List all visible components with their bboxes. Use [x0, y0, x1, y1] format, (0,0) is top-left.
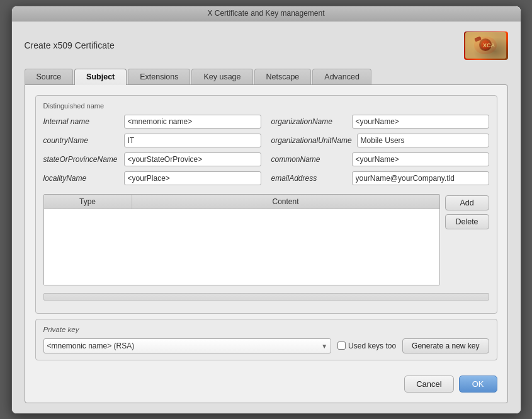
- page-title: Create x509 Certificate: [25, 40, 115, 50]
- label-email: emailAddress: [271, 174, 347, 183]
- distinguished-name-section: Distinguished name Internal name organiz…: [35, 95, 497, 314]
- window-body: Create x509 Certificate XCA Source Subje…: [12, 21, 521, 413]
- label-internal-name: Internal name: [43, 117, 119, 126]
- main-window: X Certificate and Key management Create …: [11, 6, 521, 414]
- delete-button[interactable]: Delete: [445, 214, 489, 229]
- input-country[interactable]: [124, 134, 261, 147]
- col-header-content: Content: [132, 195, 439, 209]
- private-key-section: Private key <mnemonic name> (RSA) ▼ Used…: [35, 319, 497, 360]
- table-action-buttons: Add Delete: [445, 194, 489, 285]
- form-grid: Internal name organizationName countryNa…: [43, 115, 489, 185]
- form-row-internal-name: Internal name: [43, 115, 261, 129]
- form-row-org-unit: organizationalUnitName: [271, 134, 489, 147]
- label-country: countryName: [43, 136, 119, 145]
- used-keys-checkbox[interactable]: [337, 342, 346, 350]
- svg-point-2: [479, 38, 492, 51]
- used-keys-checkbox-group: Used keys too: [337, 342, 396, 350]
- attributes-table: Type Content: [43, 194, 440, 285]
- private-key-label: Private key: [43, 326, 489, 333]
- tab-key-usage[interactable]: Key usage: [191, 69, 252, 84]
- private-key-select-wrapper: <mnemonic name> (RSA) ▼: [43, 338, 332, 353]
- add-button[interactable]: Add: [445, 195, 489, 210]
- table-scrollbar[interactable]: [43, 293, 489, 301]
- titlebar-title: X Certificate and Key management: [207, 9, 324, 18]
- footer: Cancel OK: [35, 369, 497, 393]
- tab-advanced[interactable]: Advanced: [312, 69, 371, 84]
- distinguished-name-label: Distinguished name: [43, 102, 489, 110]
- tab-source[interactable]: Source: [25, 69, 74, 84]
- input-state[interactable]: [124, 152, 261, 166]
- form-row-email: emailAddress: [271, 171, 489, 185]
- logo-area: XCA: [464, 32, 508, 60]
- input-common-name[interactable]: [352, 152, 489, 166]
- svg-rect-4: [474, 36, 481, 42]
- tab-subject[interactable]: Subject: [74, 69, 127, 85]
- tab-netscape[interactable]: Netscape: [254, 69, 312, 84]
- main-panel: Distinguished name Internal name organiz…: [25, 84, 508, 403]
- used-keys-label: Used keys too: [348, 342, 396, 350]
- table-section: Type Content Add Delete: [43, 194, 489, 285]
- form-row-state: stateOrProvinceName: [43, 152, 261, 166]
- input-org-unit[interactable]: [357, 134, 489, 147]
- form-row-common-name: commonName: [271, 152, 489, 166]
- form-row-org-name: organizationName: [271, 115, 489, 129]
- generate-new-key-button[interactable]: Generate a new key: [402, 338, 489, 353]
- label-org-unit: organizationalUnitName: [271, 136, 352, 145]
- private-key-select[interactable]: <mnemonic name> (RSA): [43, 338, 332, 353]
- ok-button[interactable]: OK: [459, 376, 497, 393]
- tab-extensions[interactable]: Extensions: [128, 69, 190, 84]
- app-logo: XCA: [464, 32, 508, 60]
- col-header-type: Type: [44, 195, 132, 209]
- input-org-name[interactable]: [352, 115, 489, 129]
- label-org-name: organizationName: [271, 117, 347, 126]
- window-header: Create x509 Certificate XCA: [25, 32, 508, 60]
- table-header: Type Content: [44, 195, 439, 209]
- private-key-row: <mnemonic name> (RSA) ▼ Used keys too Ge…: [43, 338, 489, 353]
- titlebar: X Certificate and Key management: [12, 6, 521, 21]
- label-common-name: commonName: [271, 155, 347, 164]
- cancel-button[interactable]: Cancel: [404, 376, 453, 393]
- svg-point-3: [481, 40, 490, 49]
- table-body[interactable]: [44, 209, 439, 285]
- svg-text:XCA: XCA: [483, 42, 495, 49]
- label-locality: localityName: [43, 174, 119, 183]
- form-row-locality: localityName: [43, 171, 261, 185]
- svg-point-1: [474, 37, 497, 54]
- tab-bar: Source Subject Extensions Key usage Nets…: [25, 69, 508, 84]
- form-row-country: countryName: [43, 134, 261, 147]
- input-locality[interactable]: [124, 171, 261, 185]
- input-internal-name[interactable]: [124, 115, 261, 129]
- input-email[interactable]: [352, 171, 489, 185]
- label-state: stateOrProvinceName: [43, 155, 119, 164]
- svg-rect-0: [465, 32, 506, 59]
